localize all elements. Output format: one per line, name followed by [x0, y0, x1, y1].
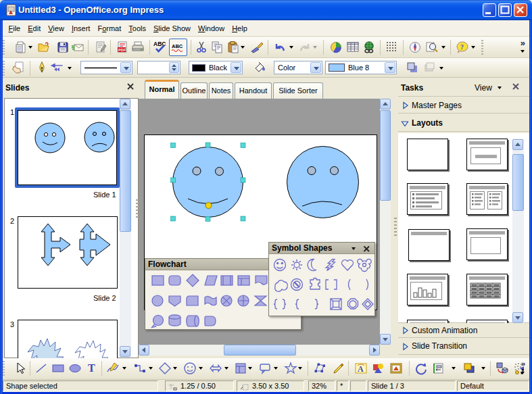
svg-text:ABC: ABC — [172, 43, 183, 49]
svg-text:PDF: PDF — [118, 48, 126, 52]
svg-text:T: T — [88, 362, 95, 374]
svg-text:?: ? — [460, 43, 464, 51]
